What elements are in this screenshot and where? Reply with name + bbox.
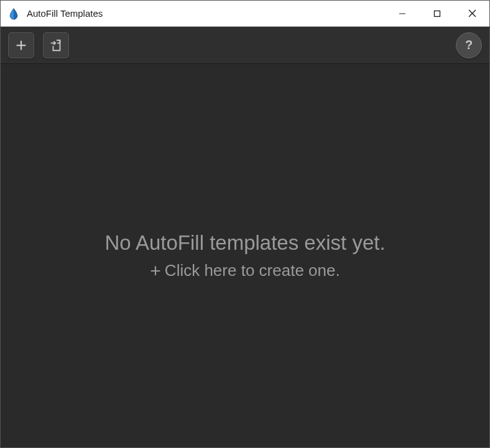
add-template-button[interactable]: [8, 32, 34, 58]
toolbar: ?: [1, 27, 489, 64]
window: AutoFill Templates: [0, 0, 490, 448]
empty-state-title: No AutoFill templates exist yet.: [104, 231, 385, 255]
plus-icon: [14, 39, 28, 52]
minimize-icon: [399, 10, 406, 17]
svg-rect-1: [435, 11, 440, 16]
close-button[interactable]: [455, 1, 489, 26]
empty-state-action-text: Click here to create one.: [165, 261, 340, 280]
maximize-icon: [433, 10, 441, 17]
close-icon: [468, 9, 476, 17]
import-icon: [49, 39, 63, 52]
titlebar: AutoFill Templates: [1, 1, 489, 27]
content-area: No AutoFill templates exist yet. + Click…: [1, 64, 489, 447]
import-template-button[interactable]: [43, 32, 69, 58]
plus-icon: +: [150, 262, 161, 280]
minimize-button[interactable]: [385, 1, 420, 26]
empty-state-create-link[interactable]: + Click here to create one.: [150, 261, 340, 280]
maximize-button[interactable]: [420, 1, 455, 26]
help-button[interactable]: ?: [456, 32, 482, 58]
window-title: AutoFill Templates: [27, 8, 385, 19]
app-droplet-icon: [7, 7, 21, 21]
help-icon: ?: [465, 38, 473, 52]
titlebar-controls: [385, 1, 489, 26]
